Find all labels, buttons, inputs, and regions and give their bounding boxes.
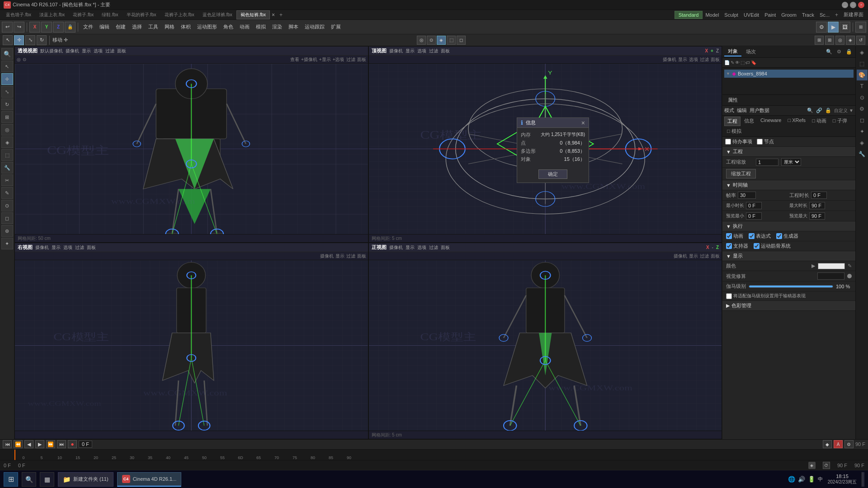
tool-7[interactable]: ◈ xyxy=(1,136,13,148)
show-desktop-btn[interactable] xyxy=(862,472,864,487)
create-menu[interactable]: 创建 xyxy=(113,23,128,31)
tray-volume-icon[interactable]: 🔊 xyxy=(798,476,805,483)
vp-top-ft[interactable]: 过滤 xyxy=(700,56,709,63)
keyframe-btn[interactable]: ◆ xyxy=(823,440,832,448)
tool-15[interactable]: ✦ xyxy=(1,238,13,249)
vp-camera-menu[interactable]: 摄像机 xyxy=(66,48,79,54)
link-btn[interactable]: 🔗 xyxy=(816,108,822,113)
vp-filter-menu[interactable]: 过滤 xyxy=(105,48,114,54)
tool-13[interactable]: ◻ xyxy=(1,212,13,224)
vp-right-panel[interactable]: 面板 xyxy=(87,244,96,251)
vp-top-show[interactable]: 显示 xyxy=(678,56,687,63)
project-scale-input[interactable] xyxy=(756,159,778,166)
sculpt-mode-btn[interactable]: Sculpt xyxy=(722,11,741,19)
mograph-menu[interactable]: 运动图形 xyxy=(194,23,220,31)
duration-input[interactable] xyxy=(811,192,827,199)
next-frame-btn[interactable]: ⏩ xyxy=(46,440,55,448)
tool-9[interactable]: 🔧 xyxy=(1,162,13,174)
file-menu[interactable]: 文件 xyxy=(80,23,96,31)
tray-keyboard-icon[interactable]: 中 xyxy=(818,476,823,483)
new-view-btn[interactable]: 新建界面 xyxy=(841,10,866,19)
anim-checkbox[interactable] xyxy=(726,233,732,239)
maxtime-input[interactable] xyxy=(809,202,825,209)
mode-btn[interactable]: 模式 xyxy=(724,107,734,114)
tree-root-item[interactable]: ▼ ◈ Boxers_8984 xyxy=(724,70,854,78)
rpanel-tag-icon[interactable]: 🏷 xyxy=(745,60,750,65)
vp-top-options[interactable]: 选项 xyxy=(417,48,426,54)
taskbar-task-btn[interactable]: ▦ xyxy=(40,472,54,487)
vp-front-pl[interactable]: 面板 xyxy=(711,253,720,259)
vp-right-display[interactable]: 显示 xyxy=(52,244,61,251)
todo-checkbox-label[interactable]: 待办事项 xyxy=(725,138,752,145)
vp-front-nav[interactable]: 摄像机 xyxy=(674,253,687,259)
support-checkbox[interactable] xyxy=(726,243,732,249)
info-close-btn[interactable]: × xyxy=(581,119,585,127)
tab-item-6[interactable]: 花裤子上衣.fbx xyxy=(160,10,198,19)
tool-5[interactable]: ⊞ xyxy=(1,111,13,123)
right-tool-9[interactable]: ◈ xyxy=(857,137,868,148)
volume-menu[interactable]: 体积 xyxy=(178,23,193,31)
vp-front-options[interactable]: 选项 xyxy=(417,244,426,251)
tool-1[interactable]: ↖ xyxy=(1,61,13,72)
standard-mode-btn[interactable]: Standard xyxy=(675,11,703,19)
tab-bullet[interactable]: □ 子弹 xyxy=(830,117,850,126)
axis-y-btn[interactable]: Y xyxy=(41,22,52,33)
vp-persp-sel[interactable]: +选项 xyxy=(333,56,344,63)
mintime-input[interactable] xyxy=(746,202,762,209)
cam-btn-4[interactable]: ⬚ xyxy=(447,36,456,45)
tab-item-8-active[interactable]: 褐色短裤.fbx xyxy=(236,10,270,19)
move-tool[interactable]: ✛ xyxy=(14,35,24,45)
gamma-adapt-checkbox[interactable] xyxy=(726,293,732,299)
timeline-settings-btn[interactable]: ⚙ xyxy=(844,440,854,448)
tool-6[interactable]: ◎ xyxy=(1,124,13,136)
vp-top-sel[interactable]: 选项 xyxy=(689,56,698,63)
cam-btn-3[interactable]: ◈ xyxy=(437,36,446,45)
record-btn[interactable]: ● xyxy=(68,440,77,448)
rpanel-obj-tab[interactable]: 对象 xyxy=(724,47,741,56)
viewport-front[interactable]: 正视图 摄像机 显示 选项 过滤 面板 X - Z 摄像机 显示 过滤 面板 xyxy=(368,243,722,439)
prevmin-input[interactable] xyxy=(746,212,762,220)
character-menu[interactable]: 角色 xyxy=(221,23,236,31)
right-tool-10[interactable]: 🔧 xyxy=(857,149,868,160)
tab-add-btn[interactable]: + xyxy=(277,11,285,19)
tab-project-active[interactable]: 工程 xyxy=(724,117,741,126)
paint-mode-btn[interactable]: Paint xyxy=(762,11,778,19)
start-btn[interactable]: ⊞ xyxy=(4,472,18,487)
render-btn[interactable]: ▶ xyxy=(828,22,839,33)
extensions-menu[interactable]: 扩展 xyxy=(328,23,344,31)
tab-simulate[interactable]: □ 模拟 xyxy=(724,127,744,136)
customize-btn[interactable]: 自定义 ▼ xyxy=(834,108,854,114)
tool-4[interactable]: ↻ xyxy=(1,99,13,110)
search-tool[interactable]: 🔍 xyxy=(1,48,13,60)
rpanel-file-icon[interactable]: 📄 xyxy=(724,60,730,65)
vp-right-opt[interactable]: 过滤 xyxy=(346,253,355,259)
vp-top-display[interactable]: 显示 xyxy=(406,48,415,54)
right-tool-3[interactable]: 🎨 xyxy=(857,70,868,80)
lock-axis-btn[interactable]: 🔒 xyxy=(65,22,75,33)
vp-top-panel[interactable]: 面板 xyxy=(441,48,450,54)
xray-btn[interactable]: ◈ xyxy=(846,36,855,45)
prev-frame-btn[interactable]: ⏪ xyxy=(14,440,23,448)
lock-attr-btn[interactable]: 🔒 xyxy=(825,108,831,113)
redo-btn[interactable]: ↪ xyxy=(14,22,24,33)
project-scale-unit[interactable]: 厘米 毫米 米 xyxy=(781,158,801,166)
tab-cineware[interactable]: Cineware xyxy=(758,117,784,126)
rpanel-lock-btn[interactable]: 🔒 xyxy=(844,47,854,56)
user-data-btn[interactable]: 用户数据 xyxy=(750,107,769,114)
color-swatch[interactable] xyxy=(818,263,845,269)
vp-right-cam[interactable]: 摄像机 xyxy=(35,244,49,251)
section-exec-header[interactable]: ▼执行 xyxy=(722,221,855,231)
section-project-header[interactable]: ▼ 工程 xyxy=(722,147,855,157)
render-menu[interactable]: 渲染 xyxy=(269,23,285,31)
taskbar-c4d-item[interactable]: C4 Cinema 4D R26.1... xyxy=(117,472,182,487)
view-correction-input[interactable] xyxy=(817,272,844,280)
play-btn[interactable]: ▶ xyxy=(35,440,44,448)
world-btn[interactable]: ◎ xyxy=(835,36,844,45)
tool-3[interactable]: ⤡ xyxy=(1,86,13,98)
tab-info[interactable]: 信息 xyxy=(741,117,757,126)
info-confirm-btn[interactable]: 确定 xyxy=(538,169,567,179)
scale-project-btn[interactable]: 缩放工程 xyxy=(726,169,756,178)
render-settings-btn[interactable]: ⚙ xyxy=(816,22,827,33)
motion-sys-checkbox[interactable] xyxy=(754,243,760,249)
vp-front-cam[interactable]: 摄像机 xyxy=(389,244,403,251)
